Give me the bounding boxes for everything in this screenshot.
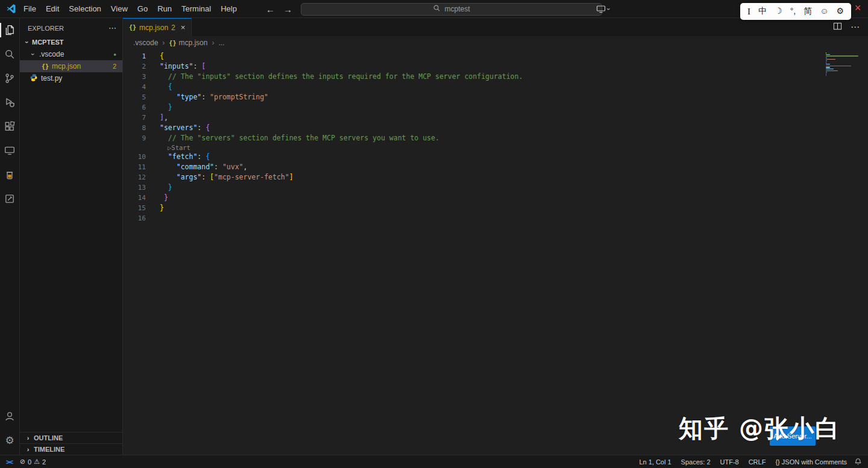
tab-mcp-json[interactable]: {} mcp.json 2 ×: [123, 18, 192, 36]
notifications-bell-icon[interactable]: [854, 458, 862, 466]
code-text: "servers": {: [160, 123, 210, 133]
menu-file[interactable]: File: [19, 0, 41, 18]
window-close-button[interactable]: ×: [851, 2, 865, 14]
source-control-icon[interactable]: [0, 66, 20, 90]
code-line-14: 14 }: [123, 193, 868, 203]
ime-toolbar[interactable]: I 中☽°,简☺⚙: [740, 3, 851, 20]
line-number: 13: [123, 183, 146, 193]
git-modified-dot: ●: [113, 52, 116, 57]
code-line-8: 8"servers": {: [123, 123, 868, 133]
search-icon: [433, 4, 441, 14]
line-number: 5: [123, 92, 146, 102]
run-debug-icon[interactable]: [0, 90, 20, 114]
line-number: 9: [123, 133, 146, 143]
code-lines: 1{2"inputs": [3 // The "inputs" section …: [123, 51, 868, 223]
panel-outline[interactable]: ›OUTLINE: [20, 432, 122, 443]
line-number: 4: [123, 82, 146, 92]
code-line-15: 15}: [123, 203, 868, 213]
punctuation-mode-icon[interactable]: °,: [790, 6, 796, 17]
breadcrumb-label: mcp.json: [178, 39, 207, 47]
line-number: 15: [123, 203, 146, 213]
main-area: ⚙ EXPLORER ⋯ › MCPTEST ›.vscode●{}mcp.js…: [0, 18, 868, 455]
ime-settings-icon[interactable]: ⚙: [836, 6, 844, 17]
panel-timeline[interactable]: ›TIMELINE: [20, 443, 122, 455]
menu-selection[interactable]: Selection: [64, 0, 105, 18]
line-number: 6: [123, 102, 146, 113]
chevron-down-icon: ›: [24, 39, 31, 46]
remote-explorer-icon[interactable]: [0, 139, 20, 163]
workspace-root-label: MCPTEST: [32, 39, 64, 46]
status-bar: >< ⊘ 0 ⚠ 2 Ln 1, Col 1Spaces: 2UTF-8CRLF…: [0, 455, 868, 468]
minimap-line: [826, 54, 830, 55]
accounts-icon[interactable]: [0, 404, 20, 428]
menu-terminal[interactable]: Terminal: [177, 0, 216, 18]
tab-label: mcp.json: [139, 23, 168, 32]
breadcrumb-item-[interactable]: ...: [218, 39, 224, 47]
breadcrumb-label: .vscode: [133, 39, 158, 47]
error-icon: ⊘: [20, 458, 25, 466]
split-editor-icon[interactable]: [833, 22, 842, 33]
code-text: "args": ["mcp-server-fetch"]: [160, 172, 294, 183]
emoji-panel-icon[interactable]: ☺: [820, 6, 828, 17]
breadcrumb-separator: ›: [162, 39, 165, 47]
sidebar-more-actions[interactable]: ⋯: [108, 23, 116, 33]
tree-item-test-py[interactable]: test.py: [20, 72, 122, 84]
menu-run[interactable]: Run: [153, 0, 177, 18]
close-tab-icon[interactable]: ×: [181, 23, 186, 32]
settings-gear-icon[interactable]: ⚙: [0, 428, 20, 452]
search-icon[interactable]: [0, 42, 20, 66]
code-line-7: 7],: [123, 113, 868, 123]
extensions-icon[interactable]: [0, 114, 20, 139]
minimap[interactable]: [826, 52, 861, 78]
editor-more-actions[interactable]: ⋯: [851, 22, 860, 33]
chevron-right-icon: ›: [25, 446, 31, 453]
code-text: }: [160, 183, 172, 193]
custom-extension-icon[interactable]: [0, 187, 20, 211]
line-number: 8: [123, 123, 146, 133]
fullwidth-mode-icon[interactable]: ☽: [775, 6, 782, 17]
minimap-line: [826, 64, 830, 65]
panel-label: OUTLINE: [34, 434, 63, 441]
breadcrumb-item-mcp-json[interactable]: {}mcp.json: [169, 39, 207, 47]
menu-view[interactable]: View: [106, 0, 133, 18]
code-text: "fetch": {: [160, 152, 210, 162]
code-text: // The "servers" section defines the MCP…: [160, 133, 439, 143]
eol-indicator[interactable]: CRLF: [749, 458, 766, 466]
line-number: 16: [123, 213, 146, 223]
back-button[interactable]: ←: [266, 4, 275, 14]
code-line-11: 11 "command": "uvx",: [123, 162, 868, 172]
indent-indicator[interactable]: Spaces: 2: [681, 458, 711, 466]
explorer-icon[interactable]: [0, 18, 20, 42]
language-mode-indicator[interactable]: {} JSON with Comments: [775, 458, 847, 466]
workspace-root[interactable]: › MCPTEST: [20, 36, 122, 48]
status-bar-right: Ln 1, Col 1Spaces: 2UTF-8CRLF{} JSON wit…: [639, 458, 847, 466]
remote-indicator[interactable]: ><: [6, 458, 13, 466]
error-count: 0: [28, 458, 31, 466]
menu-help[interactable]: Help: [216, 0, 242, 18]
container-jar-icon[interactable]: [0, 163, 20, 187]
forward-button[interactable]: →: [283, 4, 292, 14]
profiles-icon[interactable]: ›: [596, 0, 610, 18]
problems-status[interactable]: ⊘ 0 ⚠ 2: [20, 458, 46, 466]
code-text: "type": "promptString": [160, 92, 268, 102]
encoding-indicator[interactable]: UTF-8: [720, 458, 739, 466]
command-center-search[interactable]: mcptest: [301, 3, 602, 16]
codelens-start[interactable]: ▷Start: [168, 143, 190, 152]
menu-go[interactable]: Go: [133, 0, 153, 18]
tree-item-vscode[interactable]: ›.vscode●: [20, 48, 122, 60]
code-line-1: 1{: [123, 51, 868, 61]
chinese-mode-icon[interactable]: 中: [758, 6, 767, 17]
minimap-line: [826, 52, 826, 54]
simplified-chinese-icon[interactable]: 简: [804, 6, 812, 17]
breadcrumb[interactable]: .vscode›{}mcp.json›...: [123, 36, 868, 49]
code-editor[interactable]: 1{2"inputs": [3 // The "inputs" section …: [123, 49, 868, 455]
file-label: mcp.json: [52, 62, 81, 70]
breadcrumb-item-vscode[interactable]: .vscode: [133, 39, 158, 47]
tree-item-mcp-json[interactable]: {}mcp.json2: [20, 60, 122, 72]
code-line-3: 3 // The "inputs" section defines the in…: [123, 72, 868, 82]
json-file-icon: {}: [129, 24, 136, 31]
menu-edit[interactable]: Edit: [41, 0, 64, 18]
line-col-indicator[interactable]: Ln 1, Col 1: [639, 458, 671, 466]
vscode-window: FileEditSelectionViewGoRunTerminalHelp ←…: [0, 0, 868, 468]
activity-bar: ⚙: [0, 18, 20, 455]
